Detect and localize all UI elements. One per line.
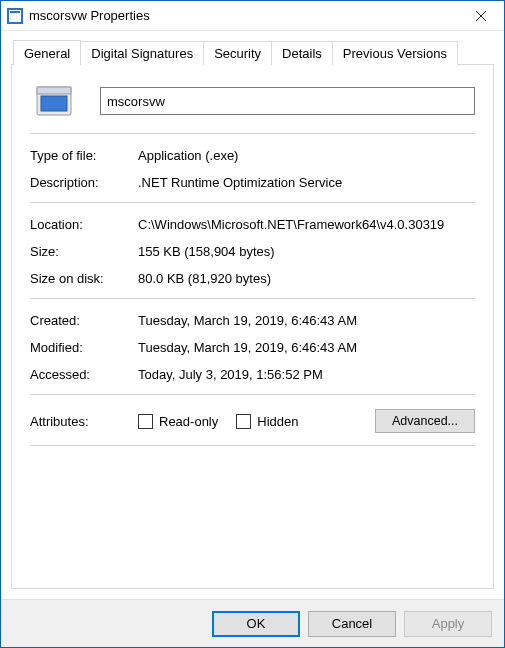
type-of-file-label: Type of file: <box>30 148 138 163</box>
tab-previous-versions[interactable]: Previous Versions <box>332 41 458 65</box>
modified-label: Modified: <box>30 340 138 355</box>
created-value: Tuesday, March 19, 2019, 6:46:43 AM <box>138 313 475 328</box>
location-label: Location: <box>30 217 138 232</box>
created-label: Created: <box>30 313 138 328</box>
properties-dialog: mscorsvw Properties General Digital Sign… <box>0 0 505 648</box>
readonly-label: Read-only <box>159 414 218 429</box>
attributes-label: Attributes: <box>30 414 138 429</box>
tab-strip: General Digital Signatures Security Deta… <box>11 39 494 64</box>
accessed-label: Accessed: <box>30 367 138 382</box>
tab-digital-signatures[interactable]: Digital Signatures <box>80 41 204 65</box>
separator <box>30 133 475 134</box>
separator <box>30 394 475 395</box>
separator <box>30 298 475 299</box>
svg-rect-6 <box>37 87 71 94</box>
hidden-checkbox[interactable]: Hidden <box>236 414 298 429</box>
app-icon <box>7 8 23 24</box>
svg-rect-7 <box>41 96 67 111</box>
readonly-checkbox[interactable]: Read-only <box>138 414 218 429</box>
ok-button[interactable]: OK <box>212 611 300 637</box>
dialog-footer: OK Cancel Apply <box>1 599 504 647</box>
separator <box>30 202 475 203</box>
cancel-button[interactable]: Cancel <box>308 611 396 637</box>
separator <box>30 445 475 446</box>
size-value: 155 KB (158,904 bytes) <box>138 244 475 259</box>
svg-rect-2 <box>10 11 20 13</box>
checkbox-icon <box>138 414 153 429</box>
size-label: Size: <box>30 244 138 259</box>
filename-input[interactable] <box>100 87 475 115</box>
size-on-disk-label: Size on disk: <box>30 271 138 286</box>
close-button[interactable] <box>458 1 504 31</box>
client-area: General Digital Signatures Security Deta… <box>1 31 504 599</box>
tab-general[interactable]: General <box>13 40 81 65</box>
tab-security[interactable]: Security <box>203 41 272 65</box>
accessed-value: Today, July 3, 2019, 1:56:52 PM <box>138 367 475 382</box>
checkbox-icon <box>236 414 251 429</box>
size-on-disk-value: 80.0 KB (81,920 bytes) <box>138 271 475 286</box>
modified-value: Tuesday, March 19, 2019, 6:46:43 AM <box>138 340 475 355</box>
description-value: .NET Runtime Optimization Service <box>138 175 475 190</box>
type-of-file-value: Application (.exe) <box>138 148 475 163</box>
tab-panel-general: Type of file: Application (.exe) Descrip… <box>11 64 494 589</box>
description-label: Description: <box>30 175 138 190</box>
file-type-icon <box>34 81 74 121</box>
advanced-button[interactable]: Advanced... <box>375 409 475 433</box>
window-title: mscorsvw Properties <box>29 8 458 23</box>
location-value: C:\Windows\Microsoft.NET\Framework64\v4.… <box>138 217 475 232</box>
hidden-label: Hidden <box>257 414 298 429</box>
apply-button[interactable]: Apply <box>404 611 492 637</box>
tab-details[interactable]: Details <box>271 41 333 65</box>
titlebar[interactable]: mscorsvw Properties <box>1 1 504 31</box>
